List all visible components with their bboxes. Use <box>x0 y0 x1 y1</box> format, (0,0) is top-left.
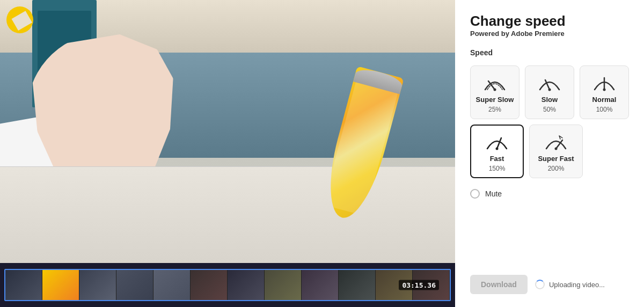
normal-icon <box>591 72 617 93</box>
video-preview <box>0 0 455 263</box>
svg-point-1 <box>494 88 496 91</box>
mute-label: Mute <box>485 189 502 198</box>
timeline-frame <box>302 270 339 300</box>
left-panel: 03:15.36 <box>0 0 455 307</box>
super-slow-icon <box>482 72 508 93</box>
page-title: Change speed <box>470 13 629 30</box>
timeline-frame <box>79 270 116 300</box>
slow-icon <box>537 72 562 93</box>
upload-status: Uploading video... <box>535 280 605 289</box>
speed-card-super-slow[interactable]: Super Slow 25% <box>470 65 519 119</box>
timeline-strip[interactable]: 03:15.36 <box>0 263 455 307</box>
timeline-frame <box>116 270 153 300</box>
timeline-timecode: 03:15.36 <box>399 280 439 290</box>
timeline-frame <box>153 270 191 300</box>
spinner-icon <box>535 280 545 289</box>
super-slow-name: Super Slow <box>476 96 514 104</box>
timeline-frame <box>228 270 265 300</box>
mute-radio[interactable] <box>470 189 480 199</box>
normal-name: Normal <box>592 96 617 104</box>
speed-options: Super Slow 25% Slow 50% <box>470 65 629 178</box>
fast-name: Fast <box>490 155 504 163</box>
timeline-inner: 03:15.36 <box>0 263 455 307</box>
speed-label: Speed <box>470 48 629 57</box>
super-fast-pct: 200% <box>548 165 565 172</box>
speed-card-fast[interactable]: Fast 150% <box>470 125 524 178</box>
subtitle-prefix: Powered by <box>470 30 511 38</box>
svg-line-6 <box>497 138 501 149</box>
speed-row-2: Fast 150% Super Fast 200% <box>470 125 629 178</box>
mute-row[interactable]: Mute <box>470 189 629 199</box>
video-table <box>0 166 455 263</box>
svg-point-3 <box>548 88 551 91</box>
speed-row-1: Super Slow 25% Slow 50% <box>470 65 629 119</box>
speed-card-slow[interactable]: Slow 50% <box>525 65 574 119</box>
bottom-bar: Download Uploading video... <box>470 271 629 294</box>
video-background <box>0 0 455 263</box>
slow-pct: 50% <box>543 106 556 113</box>
timeline-frame <box>265 270 302 300</box>
speed-card-super-fast[interactable]: Super Fast 200% <box>529 125 583 178</box>
right-panel: Change speed Powered by Adobe Premiere S… <box>455 0 644 307</box>
panel-subtitle: Powered by Adobe Premiere <box>470 30 629 38</box>
fast-pct: 150% <box>489 165 506 172</box>
super-fast-name: Super Fast <box>538 155 574 163</box>
timeline-frames[interactable]: 03:15.36 <box>4 269 451 301</box>
svg-line-2 <box>545 80 550 90</box>
upload-status-text: Uploading video... <box>549 281 605 289</box>
fast-icon <box>484 131 510 152</box>
speed-card-normal[interactable]: Normal 100% <box>580 65 629 119</box>
timeline-frame <box>339 270 376 300</box>
svg-point-7 <box>496 147 499 150</box>
timeline-frame <box>191 270 228 300</box>
download-button[interactable]: Download <box>470 275 528 294</box>
super-slow-pct: 25% <box>488 106 501 113</box>
super-fast-icon <box>543 131 569 152</box>
subtitle-brand: Adobe Premiere <box>511 30 565 38</box>
normal-pct: 100% <box>596 106 613 113</box>
timeline-frame <box>42 270 79 300</box>
svg-point-9 <box>555 147 558 150</box>
svg-point-5 <box>603 88 606 91</box>
slow-name: Slow <box>541 96 558 104</box>
timeline-frame <box>5 270 42 300</box>
video-decor-yellow <box>6 6 33 33</box>
